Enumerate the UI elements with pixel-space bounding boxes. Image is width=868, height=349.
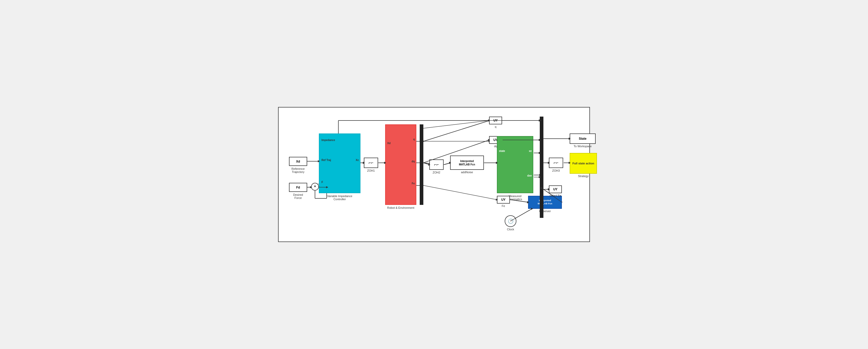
zoh1-block: ⌐⌐ [364,158,378,168]
zoh2-block: ⌐⌐ [429,160,444,170]
robot-sublabel: Robot & Environment [385,206,416,209]
zoh3-block: ⌐⌐ [549,158,563,168]
robot-port-xd: Xd [387,142,391,145]
uy-fe-sublabel: Fe [497,204,510,207]
zoh2-label: ZOH2 [429,171,444,174]
addnoise-sublabel: addNoise [450,171,484,174]
fd-sublabel: DesiredForce [289,193,307,200]
impedance-sublabel: Variable ImpedanceController [319,195,361,201]
sum-junction: +− [311,183,319,190]
svg-line-22 [444,163,451,165]
state-ws-label: State [579,137,586,140]
strategy-label: Full state action [572,162,594,165]
impedance-port-xc: Xc [356,159,359,162]
clock-icon: 🕐 [508,218,514,224]
measured-kinematics-block: state xe dxe [497,136,533,193]
svg-line-16 [423,163,430,165]
measured-port-state: state [499,149,505,152]
svg-line-19 [424,120,490,141]
black-bar-2 [540,116,544,218]
impedance-port-f: F [321,181,323,184]
impedance-block: Impedance Ref Traj F Xc [319,134,361,193]
strategy-sublabel: Strategy [570,174,597,178]
xd-block: Xd [289,157,307,166]
xd-label: Xd [296,160,300,163]
svg-line-99 [423,163,429,165]
uy-selectfe-block: UY [549,185,562,193]
state-ws-sublabel: To Workspace [570,145,596,148]
robot-block: Xd q dq Fe [385,125,416,205]
sum-symbol: +− [314,184,316,188]
uy-q-block: UY [489,116,502,125]
impedance-port-reftraj: Ref Traj [321,159,331,162]
observer-sublabel: Observer [528,210,562,213]
uy-fe-block: UY [497,196,510,204]
fd-block: Fd [289,183,307,192]
black-bar-1 [420,125,423,205]
xd-sublabel: Reference Trajectory [289,167,307,173]
uy-fe-label: UY [501,198,506,202]
robot-port-dq: dq [412,160,415,163]
clock-block: 🕐 [505,215,516,227]
svg-line-89 [444,163,450,165]
simulink-diagram: Xd Reference Trajectory Fd DesiredForce … [278,107,590,242]
measured-port-xe: xe [529,149,532,152]
addnoise-label: InterpretedMATLAB Fcn [459,160,475,166]
robot-port-q: q [413,138,415,141]
zoh1-label: ZOH1 [364,169,378,172]
measured-port-dxe: dxe [527,174,532,177]
strategy-block: Full state action [570,153,597,174]
uy-selectfe-sublabel: select Fe [546,194,564,197]
observer-block: InterpretedMATLAB Fcn [528,196,562,209]
zoh1-symbol: ⌐⌐ [369,161,373,165]
svg-line-55 [423,120,489,128]
state-workspace-block: State [570,134,596,144]
zoh3-symbol: ⌐⌐ [554,161,558,165]
clock-label: Clock [502,228,519,231]
zoh2-symbol: ⌐⌐ [434,162,439,167]
impedance-port-impedance: Impedance [321,139,335,142]
robot-port-fe: Fe [412,182,415,185]
uy-q-label: UY [494,119,498,122]
uy-selectfe-label: UY [553,187,558,191]
addnoise-block: InterpretedMATLAB Fcn [450,155,484,170]
fd-label: Fd [296,186,300,189]
svg-line-59 [423,185,497,200]
uy-q-sublabel: q [489,125,502,128]
zoh3-label: ZOH3 [549,169,563,172]
